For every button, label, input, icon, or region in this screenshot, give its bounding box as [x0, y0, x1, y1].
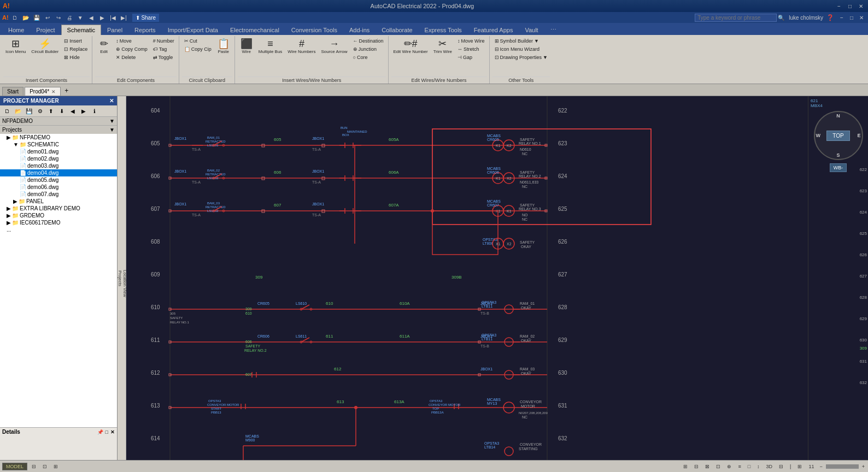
3d-obj-btn[interactable]: 3D	[764, 463, 775, 470]
pt-up[interactable]: ⬆	[46, 107, 56, 115]
junction-btn[interactable]: ⊕ Junction	[351, 45, 386, 53]
nfpademo-bar[interactable]: NFPADEMO ▼	[0, 117, 117, 126]
tree-demo02[interactable]: 📄 demo02.dwg	[0, 155, 117, 162]
layout-tab2[interactable]: ⊡	[40, 463, 49, 470]
snap-btn[interactable]: ⊞	[681, 463, 690, 470]
tab-more[interactable]: ⋯	[544, 24, 562, 35]
tree-demo04[interactable]: 📄 demo04.dwg	[0, 169, 117, 176]
tab-project[interactable]: Project	[30, 25, 61, 35]
tab-conversion[interactable]: Conversion Tools	[285, 25, 343, 35]
model-tab[interactable]: MODEL	[2, 463, 27, 470]
drawing-properties-button[interactable]: ⊡ Drawing Properties ▼	[492, 54, 550, 61]
stretch-btn[interactable]: ↔ Stretch	[455, 45, 487, 53]
tab-featured[interactable]: Featured Apps	[468, 25, 519, 35]
insert-small-btn3[interactable]: ⊠ Hide	[62, 54, 90, 61]
pt-left[interactable]: ◀	[68, 107, 78, 115]
save-btn[interactable]: 💾	[32, 13, 42, 22]
help-btn[interactable]: ❓	[826, 14, 834, 21]
ortho-btn[interactable]: ⊠	[703, 463, 712, 470]
details-pin-icon[interactable]: 📌	[97, 429, 103, 435]
qprop-btn[interactable]: ⊞	[795, 463, 804, 470]
tab-addins[interactable]: Add-ins	[343, 25, 376, 35]
zoom-slider[interactable]	[826, 464, 859, 469]
wire-numbers-button[interactable]: # Wire Numbers	[285, 37, 318, 56]
qa-fwd-btn[interactable]: ▶	[97, 13, 107, 22]
tab-schematic[interactable]: Schematic	[61, 25, 101, 35]
qa-back-btn[interactable]: ◀	[86, 13, 96, 22]
tab-reports[interactable]: Reports	[128, 25, 162, 35]
pt-save[interactable]: 💾	[24, 107, 34, 115]
qa-start-btn[interactable]: |◀	[108, 13, 118, 22]
tree-demo06[interactable]: 📄 demo06.dwg	[0, 184, 117, 191]
lineweight-btn[interactable]: ≡	[736, 463, 743, 470]
zoom-plus-btn[interactable]: +	[861, 463, 866, 470]
cut-button[interactable]: ✂ Cut	[182, 37, 214, 45]
minimize-button[interactable]: −	[835, 2, 843, 10]
gap-btn[interactable]: ⊣ Gap	[455, 54, 487, 61]
tag-btn[interactable]: 🏷 Tag	[151, 45, 177, 53]
tree-grdemo[interactable]: ▶ 📁 GRDEMO	[0, 212, 117, 219]
number-btn[interactable]: # Number	[151, 37, 177, 45]
drawing-area[interactable]: 604 605 606 607 608 609 610 611 612 613 …	[126, 96, 808, 460]
destination-btn[interactable]: ← Destination	[351, 37, 386, 45]
pt-right[interactable]: ▶	[79, 107, 89, 115]
tree-demo05[interactable]: 📄 demo05.dwg	[0, 176, 117, 184]
pt-down[interactable]: ⬇	[57, 107, 67, 115]
tab-import-export[interactable]: Import/Export Data	[162, 25, 224, 35]
pt-info[interactable]: ℹ	[90, 107, 99, 115]
app-minimize-btn[interactable]: −	[837, 14, 846, 21]
core-btn[interactable]: ○ Core	[351, 54, 386, 61]
add-tab-button[interactable]: +	[62, 86, 71, 96]
share-button[interactable]: ⬆ Share	[132, 14, 159, 22]
close-button[interactable]: ✕	[857, 2, 865, 10]
icon-menu-wizard-button[interactable]: ⊟ Icon Menu Wizard	[492, 45, 550, 53]
tree-demo01[interactable]: 📄 demo01.dwg	[0, 148, 117, 155]
prod04-tab-close[interactable]: ✕	[51, 89, 56, 95]
grid-btn[interactable]: ⊟	[692, 463, 701, 470]
projects-bar[interactable]: Projects ▼	[0, 126, 117, 134]
tree-demo07[interactable]: 📄 demo07.dwg	[0, 191, 117, 198]
source-arrow-button[interactable]: → Source Arrow	[319, 37, 349, 56]
maximize-button[interactable]: □	[846, 2, 854, 10]
symbol-builder-button[interactable]: ⊞ Symbol Builder ▼	[492, 37, 550, 45]
toggle-btn[interactable]: ⇄ Toggle	[151, 54, 177, 61]
move-wire-btn[interactable]: ↕ Move Wire	[455, 37, 487, 45]
insert-small-btn2[interactable]: ⊡ Replace	[62, 45, 90, 53]
details-close-icon[interactable]: ✕	[110, 429, 115, 435]
tab-home[interactable]: Home	[2, 25, 30, 35]
pt-settings[interactable]: ⚙	[35, 107, 45, 115]
edit-button[interactable]: ✏ Edit	[95, 37, 113, 56]
sel-cycle-btn[interactable]: ↕	[755, 463, 762, 470]
panel-close-icon[interactable]: ✕	[109, 98, 114, 104]
open-btn[interactable]: 📂	[21, 13, 31, 22]
tree-demo03[interactable]: 📄 demo03.dwg	[0, 162, 117, 169]
tab-electromechanical[interactable]: Electromechanical	[224, 25, 285, 35]
tree-panel[interactable]: ▶ 📁 PANEL	[0, 198, 117, 205]
app-close-btn[interactable]: ✕	[857, 14, 866, 21]
print-btn[interactable]: 🖨	[64, 13, 74, 22]
zoom-minus-btn[interactable]: −	[818, 463, 823, 470]
top-view-button[interactable]: TOP	[826, 131, 849, 141]
projects-side-label[interactable]: Projects	[118, 270, 122, 286]
redo-btn[interactable]: ↪	[54, 13, 63, 22]
wire-button[interactable]: ⬛ Wire	[238, 37, 255, 56]
icon-menu-button[interactable]: ⊞ Icon Menu	[3, 37, 28, 56]
tab-vault[interactable]: Vault	[519, 25, 544, 35]
pt-new[interactable]: 🗋	[2, 107, 12, 115]
tree-schematic[interactable]: ▼ 📁 SCHEMATIC	[0, 141, 117, 148]
tab-panel[interactable]: Panel	[101, 25, 128, 35]
search-icon[interactable]: 🔍	[778, 15, 784, 21]
delete-btn[interactable]: ✕ Delete	[114, 54, 150, 61]
pt-open[interactable]: 📂	[13, 107, 23, 115]
multiple-bus-button[interactable]: ≡ Multiple Bus	[256, 37, 285, 56]
paste-button[interactable]: 📋 Paste	[215, 37, 232, 56]
tree-nfpademo[interactable]: ▶ 📁 NFPADEMO	[0, 134, 117, 141]
copy-cip-button[interactable]: 📋 Copy Cip	[182, 45, 214, 53]
layout-tab3[interactable]: ⊞	[51, 463, 60, 470]
edit-wire-number-button[interactable]: ✏# Edit Wire Number	[391, 37, 430, 56]
new-btn[interactable]: 🗋	[10, 13, 20, 22]
move-btn[interactable]: ↕ Move	[114, 37, 150, 45]
insert-small-btn1[interactable]: ⊟ Insert	[62, 37, 90, 45]
search-input[interactable]	[695, 14, 777, 22]
qa-end-btn[interactable]: ▶|	[119, 13, 129, 22]
